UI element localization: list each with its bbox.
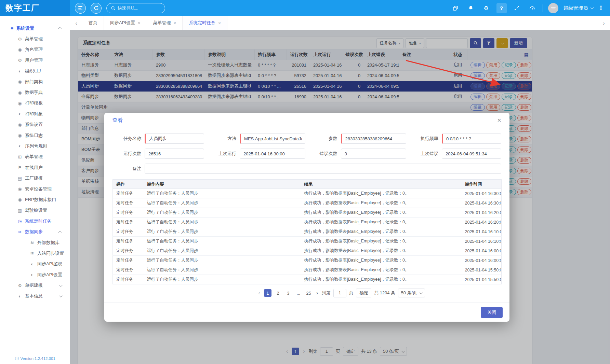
sidebar-item-factory-modeling[interactable]: ▤工厂建模 — [0, 173, 70, 183]
lasterror-field[interactable] — [442, 149, 501, 159]
window-icon: ⊞ — [17, 154, 23, 159]
page-number[interactable]: 2 — [274, 289, 282, 297]
page-ellipsis: ... — [295, 289, 302, 297]
menu-icon — [78, 6, 82, 10]
close-icon[interactable]: × — [174, 20, 176, 26]
version-label: ⓘVersion:1.2.412.301 — [15, 356, 55, 361]
sidebar-item-sync-api-auth[interactable]: ◐同步API鉴权 — [0, 259, 70, 269]
database-icon: ≋ — [29, 240, 35, 245]
sidebar-toggle-button[interactable] — [75, 3, 86, 14]
tabs-scroll-right[interactable]: › — [598, 16, 610, 30]
remark-label: 备注 — [112, 166, 141, 172]
page-number[interactable]: 3 — [284, 289, 292, 297]
freq-label: 执行频率 — [410, 136, 438, 142]
tab-bar: ‹ 首页 同步API设置× 菜单管理× 系统定时任务× › — [70, 16, 610, 30]
close-icon[interactable]: × — [218, 20, 221, 26]
sidebar-item-online-users[interactable]: ⚑在线用户 — [0, 162, 70, 173]
user-menu[interactable]: 超级管理员 — [563, 5, 593, 11]
page-number[interactable]: 25 — [305, 289, 313, 297]
lastrun-field[interactable] — [240, 149, 305, 159]
sidebar-item-scheduled-tasks[interactable]: ◷系统定时任务 — [0, 216, 70, 226]
freq-field[interactable] — [442, 134, 501, 144]
sidebar-item-org-factory[interactable]: ◐组织/工厂 — [0, 66, 70, 76]
tab-menu-mgmt[interactable]: 菜单管理× — [147, 16, 183, 30]
page-number[interactable]: 1 — [264, 289, 271, 297]
task-log-table: 操作 操作内容 结果 操作时间 定时任务运行了自动任务：人员同步执行成功，影响数… — [112, 179, 502, 284]
modal-close-button[interactable]: 关闭 — [481, 307, 503, 318]
close-icon[interactable]: × — [497, 117, 501, 124]
more-menu-button[interactable]: ⋮ — [598, 4, 604, 12]
search-input[interactable] — [118, 6, 155, 11]
chevron-down-icon — [59, 294, 63, 297]
sidebar-item-form-mgmt[interactable]: ⊞表单管理 — [0, 152, 70, 162]
log-row: 定时任务运行了自动任务：人员同步执行成功，影响数据表[Basic_Employe… — [113, 246, 502, 256]
circle-icon: ◉ — [17, 122, 23, 127]
sidebar-item-role-mgmt[interactable]: ◉角色管理 — [0, 44, 70, 55]
sidebar-item-inbound-sync[interactable]: ≋入站同步设置 — [0, 248, 70, 258]
refresh-button[interactable] — [91, 3, 102, 14]
help-button[interactable]: ? — [496, 3, 507, 13]
quick-nav-search[interactable] — [106, 3, 165, 13]
sidebar-item-cockpit-settings[interactable]: ▥驾驶舱设置 — [0, 205, 70, 216]
log-row: 定时任务运行了自动任务：人员同步执行成功，影响数据表[Basic_Employe… — [113, 227, 502, 237]
log-row: 定时任务运行了自动任务：人员同步执行成功，影响数据表[Basic_Employe… — [113, 208, 502, 218]
task-name-field[interactable] — [145, 134, 204, 144]
circle-half-icon: ◐ — [17, 294, 23, 299]
sidebar-item-data-dictionary[interactable]: ◉数据字典 — [0, 87, 70, 98]
sidebar-item-external-db[interactable]: ≋外部数据库 — [0, 237, 70, 248]
log-header-row: 操作 操作内容 结果 操作时间 — [113, 180, 502, 189]
jump-label: 到第 — [322, 290, 331, 296]
circle-half-icon: ◐ — [29, 272, 35, 277]
param-field[interactable] — [341, 134, 406, 144]
chevron-up-icon — [58, 27, 62, 30]
chip-icon: ▤ — [17, 176, 23, 181]
sidebar-group-basic-info[interactable]: ◐基本信息 — [0, 291, 70, 302]
jump-page-input[interactable] — [333, 289, 346, 297]
sidebar-item-serial-rules[interactable]: ◐序列号规则 — [0, 141, 70, 151]
task-name-label: 任务名称 — [112, 136, 141, 142]
fullscreen-button[interactable] — [512, 3, 522, 13]
info-icon: ⓘ — [15, 356, 19, 361]
multi-window-button[interactable] — [450, 3, 461, 13]
tab-home[interactable]: 首页 — [82, 16, 104, 30]
sidebar-group-data-sync[interactable]: ≋数据同步 — [0, 226, 70, 237]
sidebar-item-system-settings[interactable]: ◉系统设置 — [0, 120, 70, 130]
avatar[interactable] — [548, 3, 558, 13]
log-row: 定时任务运行了自动任务：人员同步执行成功，影响数据表[Basic_Employe… — [113, 218, 502, 227]
clock-icon: ◷ — [17, 219, 23, 224]
recycle-button[interactable]: ♻ — [481, 3, 491, 13]
sidebar-item-user-mgmt[interactable]: ⚙用户管理 — [0, 55, 70, 66]
sidebar-item-erp-db-interface[interactable]: ◉ERP数据库接口 — [0, 194, 70, 205]
tab-sync-api-settings[interactable]: 同步API设置× — [104, 16, 147, 30]
sidebar-group-system-settings[interactable]: ≡系统设置 — [0, 23, 70, 33]
method-field[interactable] — [240, 134, 305, 144]
tab-scheduled-tasks[interactable]: 系统定时任务× — [183, 16, 227, 30]
expand-icon — [514, 5, 519, 11]
notifications-button[interactable] — [466, 3, 476, 13]
sidebar-item-sync-api-settings[interactable]: ◐同步API设置 — [0, 269, 70, 280]
param-label: 参数 — [309, 136, 337, 142]
page-size-select[interactable]: 50 条/页 — [398, 289, 425, 297]
next-page-button[interactable]: › — [315, 290, 319, 296]
view-task-modal: 查看 × 任务名称 方法 参数 执行频率 运行次数 上次运行 错误次数 上次错误 — [104, 113, 509, 322]
runs-label: 运行次数 — [112, 151, 141, 157]
confirm-jump-button[interactable]: 确定 — [356, 289, 371, 297]
sidebar-item-print-template[interactable]: ◉打印模板 — [0, 98, 70, 109]
errors-field[interactable] — [341, 149, 406, 159]
circle-icon: ◉ — [17, 79, 23, 84]
sidebar-item-menu-mgmt[interactable]: ⚙菜单管理 — [0, 33, 70, 44]
gear-icon: ⚙ — [17, 37, 23, 42]
prev-page-button[interactable]: ‹ — [257, 290, 261, 296]
circle-half-icon: ◐ — [29, 262, 35, 267]
remark-field[interactable] — [145, 164, 501, 174]
sidebar-group-doc-modeling[interactable]: ⚙单据建模 — [0, 280, 70, 291]
sidebar-item-print-object[interactable]: ◐打印对象 — [0, 109, 70, 119]
runs-field[interactable] — [145, 149, 204, 159]
sidebar-item-dept-structure[interactable]: ◉部门架构 — [0, 76, 70, 87]
lasterror-label: 上次错误 — [410, 151, 438, 157]
close-icon[interactable]: × — [138, 20, 141, 26]
tabs-scroll-left[interactable]: ‹ — [70, 16, 82, 30]
sidebar-item-system-log[interactable]: ◉系统日志 — [0, 130, 70, 141]
dashboard-button[interactable] — [527, 3, 538, 13]
sidebar-item-android-devices[interactable]: ◉安卓设备管理 — [0, 184, 70, 194]
